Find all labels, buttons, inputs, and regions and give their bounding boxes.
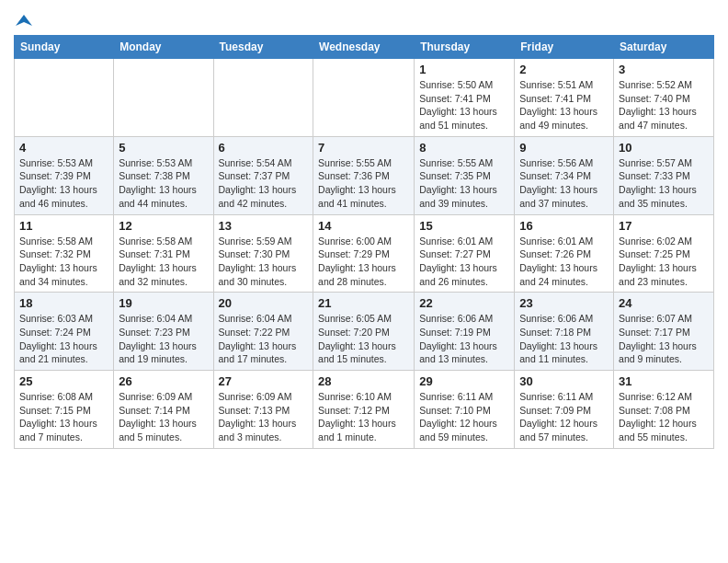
calendar-cell — [15, 59, 114, 137]
day-info: Sunrise: 6:01 AM Sunset: 7:26 PM Dayligh… — [519, 235, 609, 289]
svg-marker-0 — [16, 15, 32, 26]
day-info: Sunrise: 5:58 AM Sunset: 7:31 PM Dayligh… — [119, 235, 208, 289]
day-info: Sunrise: 6:09 AM Sunset: 7:13 PM Dayligh… — [219, 390, 309, 444]
header-day-thursday: Thursday — [415, 36, 515, 59]
day-info: Sunrise: 5:56 AM Sunset: 7:34 PM Dayligh… — [519, 156, 609, 211]
day-number: 11 — [19, 219, 108, 233]
day-number: 24 — [619, 296, 709, 310]
header-row: SundayMondayTuesdayWednesdayThursdayFrid… — [15, 36, 714, 59]
day-number: 10 — [619, 141, 709, 155]
day-info: Sunrise: 6:11 AM Sunset: 7:10 PM Dayligh… — [419, 390, 509, 444]
day-number: 1 — [419, 63, 509, 76]
calendar-cell: 27Sunrise: 6:09 AM Sunset: 7:13 PM Dayli… — [213, 371, 313, 449]
day-number: 21 — [318, 296, 409, 310]
logo — [14, 15, 32, 29]
calendar-cell: 23Sunrise: 6:06 AM Sunset: 7:18 PM Dayli… — [515, 293, 614, 371]
calendar-cell: 22Sunrise: 6:06 AM Sunset: 7:19 PM Dayli… — [415, 293, 515, 371]
calendar-cell: 21Sunrise: 6:05 AM Sunset: 7:20 PM Dayli… — [313, 293, 415, 371]
day-number: 28 — [318, 374, 409, 388]
calendar-cell: 4Sunrise: 5:53 AM Sunset: 7:39 PM Daylig… — [15, 136, 114, 214]
day-info: Sunrise: 6:06 AM Sunset: 7:18 PM Dayligh… — [519, 312, 609, 366]
header-day-saturday: Saturday — [614, 36, 714, 59]
calendar-cell — [313, 59, 415, 137]
day-info: Sunrise: 5:58 AM Sunset: 7:32 PM Dayligh… — [19, 235, 108, 289]
day-info: Sunrise: 6:03 AM Sunset: 7:24 PM Dayligh… — [19, 312, 108, 366]
calendar-cell: 31Sunrise: 6:12 AM Sunset: 7:08 PM Dayli… — [614, 371, 714, 449]
calendar-cell: 13Sunrise: 5:59 AM Sunset: 7:30 PM Dayli… — [213, 214, 313, 293]
calendar-cell: 10Sunrise: 5:57 AM Sunset: 7:33 PM Dayli… — [614, 136, 714, 214]
header-day-tuesday: Tuesday — [213, 36, 313, 59]
day-info: Sunrise: 6:04 AM Sunset: 7:23 PM Dayligh… — [119, 312, 208, 366]
calendar-table: SundayMondayTuesdayWednesdayThursdayFrid… — [14, 35, 714, 449]
day-info: Sunrise: 5:53 AM Sunset: 7:38 PM Dayligh… — [119, 156, 208, 211]
day-number: 27 — [219, 374, 309, 388]
day-number: 17 — [619, 219, 709, 233]
day-info: Sunrise: 6:09 AM Sunset: 7:14 PM Dayligh… — [119, 390, 208, 444]
calendar-cell — [213, 59, 313, 137]
header-day-friday: Friday — [515, 36, 614, 59]
calendar-cell: 12Sunrise: 5:58 AM Sunset: 7:31 PM Dayli… — [114, 214, 213, 293]
day-number: 26 — [119, 374, 208, 388]
calendar-cell: 29Sunrise: 6:11 AM Sunset: 7:10 PM Dayli… — [415, 371, 515, 449]
day-number: 12 — [119, 219, 208, 233]
calendar-cell: 17Sunrise: 6:02 AM Sunset: 7:25 PM Dayli… — [614, 214, 714, 293]
calendar-cell: 16Sunrise: 6:01 AM Sunset: 7:26 PM Dayli… — [515, 214, 614, 293]
day-number: 19 — [119, 296, 208, 310]
day-number: 29 — [419, 374, 509, 388]
day-info: Sunrise: 6:11 AM Sunset: 7:09 PM Dayligh… — [519, 390, 609, 444]
calendar-cell: 2Sunrise: 5:51 AM Sunset: 7:41 PM Daylig… — [515, 59, 614, 137]
day-number: 4 — [19, 141, 108, 155]
calendar-cell: 7Sunrise: 5:55 AM Sunset: 7:36 PM Daylig… — [313, 136, 415, 214]
day-info: Sunrise: 5:59 AM Sunset: 7:30 PM Dayligh… — [219, 235, 309, 289]
week-row-2: 4Sunrise: 5:53 AM Sunset: 7:39 PM Daylig… — [15, 136, 714, 214]
day-number: 2 — [519, 63, 609, 76]
day-info: Sunrise: 6:07 AM Sunset: 7:17 PM Dayligh… — [619, 312, 709, 366]
day-info: Sunrise: 6:10 AM Sunset: 7:12 PM Dayligh… — [318, 390, 409, 444]
calendar-cell: 28Sunrise: 6:10 AM Sunset: 7:12 PM Dayli… — [313, 371, 415, 449]
day-info: Sunrise: 6:08 AM Sunset: 7:15 PM Dayligh… — [19, 390, 108, 444]
calendar-cell: 9Sunrise: 5:56 AM Sunset: 7:34 PM Daylig… — [515, 136, 614, 214]
day-info: Sunrise: 6:01 AM Sunset: 7:27 PM Dayligh… — [419, 235, 509, 289]
day-number: 9 — [519, 141, 609, 155]
header — [14, 9, 714, 29]
calendar-cell: 30Sunrise: 6:11 AM Sunset: 7:09 PM Dayli… — [515, 371, 614, 449]
week-row-5: 25Sunrise: 6:08 AM Sunset: 7:15 PM Dayli… — [15, 371, 714, 449]
day-number: 16 — [519, 219, 609, 233]
day-info: Sunrise: 5:50 AM Sunset: 7:41 PM Dayligh… — [419, 78, 509, 132]
day-number: 15 — [419, 219, 509, 233]
calendar-cell: 5Sunrise: 5:53 AM Sunset: 7:38 PM Daylig… — [114, 136, 213, 214]
calendar-cell: 24Sunrise: 6:07 AM Sunset: 7:17 PM Dayli… — [614, 293, 714, 371]
header-day-monday: Monday — [114, 36, 213, 59]
calendar-cell: 15Sunrise: 6:01 AM Sunset: 7:27 PM Dayli… — [415, 214, 515, 293]
day-number: 23 — [519, 296, 609, 310]
day-info: Sunrise: 6:04 AM Sunset: 7:22 PM Dayligh… — [219, 312, 309, 366]
day-info: Sunrise: 6:02 AM Sunset: 7:25 PM Dayligh… — [619, 235, 709, 289]
calendar-cell: 14Sunrise: 6:00 AM Sunset: 7:29 PM Dayli… — [313, 214, 415, 293]
calendar-cell: 25Sunrise: 6:08 AM Sunset: 7:15 PM Dayli… — [15, 371, 114, 449]
day-number: 31 — [619, 374, 709, 388]
week-row-1: 1Sunrise: 5:50 AM Sunset: 7:41 PM Daylig… — [15, 59, 714, 137]
day-number: 20 — [219, 296, 309, 310]
day-info: Sunrise: 6:05 AM Sunset: 7:20 PM Dayligh… — [318, 312, 409, 366]
day-number: 22 — [419, 296, 509, 310]
calendar-cell: 11Sunrise: 5:58 AM Sunset: 7:32 PM Dayli… — [15, 214, 114, 293]
day-number: 8 — [419, 141, 509, 155]
day-number: 25 — [19, 374, 108, 388]
day-number: 30 — [519, 374, 609, 388]
day-info: Sunrise: 5:55 AM Sunset: 7:36 PM Dayligh… — [318, 156, 409, 211]
header-day-wednesday: Wednesday — [313, 36, 415, 59]
day-info: Sunrise: 5:57 AM Sunset: 7:33 PM Dayligh… — [619, 156, 709, 211]
calendar-cell: 6Sunrise: 5:54 AM Sunset: 7:37 PM Daylig… — [213, 136, 313, 214]
day-info: Sunrise: 6:06 AM Sunset: 7:19 PM Dayligh… — [419, 312, 509, 366]
week-row-4: 18Sunrise: 6:03 AM Sunset: 7:24 PM Dayli… — [15, 293, 714, 371]
calendar-cell: 3Sunrise: 5:52 AM Sunset: 7:40 PM Daylig… — [614, 59, 714, 137]
header-day-sunday: Sunday — [15, 36, 114, 59]
day-number: 18 — [19, 296, 108, 310]
calendar-cell: 18Sunrise: 6:03 AM Sunset: 7:24 PM Dayli… — [15, 293, 114, 371]
calendar-cell: 26Sunrise: 6:09 AM Sunset: 7:14 PM Dayli… — [114, 371, 213, 449]
day-number: 13 — [219, 219, 309, 233]
day-number: 14 — [318, 219, 409, 233]
calendar-cell: 19Sunrise: 6:04 AM Sunset: 7:23 PM Dayli… — [114, 293, 213, 371]
day-number: 6 — [219, 141, 309, 155]
day-info: Sunrise: 6:12 AM Sunset: 7:08 PM Dayligh… — [619, 390, 709, 444]
